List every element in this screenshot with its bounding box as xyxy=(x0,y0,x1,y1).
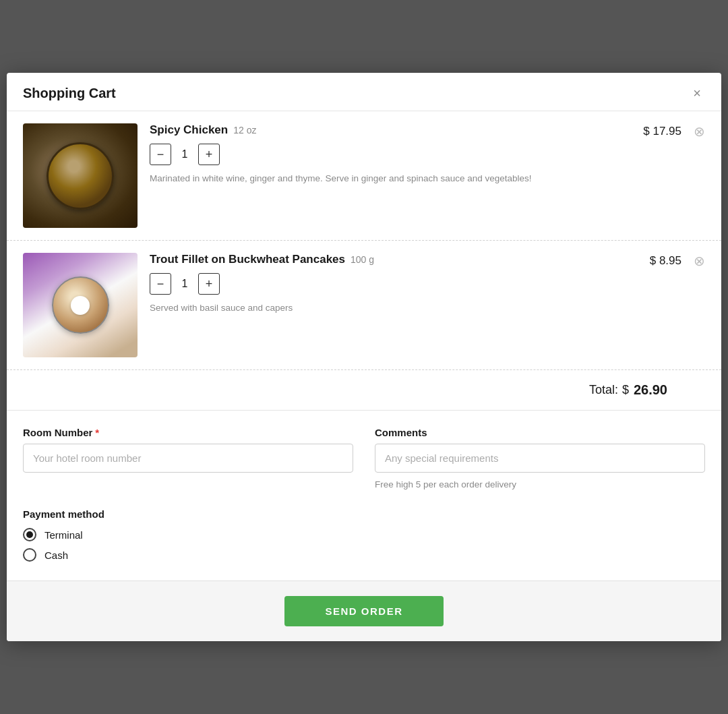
total-dollar: $ xyxy=(622,383,629,397)
item-image-1 xyxy=(23,123,138,228)
item-details-2: Trout Fillet on Buckwheat Pancakes 100 g… xyxy=(150,253,638,315)
form-section: Room Number * Comments Free high 5 per e… xyxy=(7,411,721,508)
item-desc-1: Marinated in white wine, ginger and thym… xyxy=(150,172,631,185)
item-price-col-2: $ 8.95 ⊗ xyxy=(650,253,705,268)
item-name-2: Trout Fillet on Buckwheat Pancakes xyxy=(150,253,345,266)
payment-label: Payment method xyxy=(23,508,705,520)
room-number-label: Room Number * xyxy=(23,427,353,438)
modal-header: Shopping Cart × xyxy=(7,73,721,111)
decrease-qty-1[interactable]: − xyxy=(150,144,171,165)
item-image-2 xyxy=(23,253,138,357)
comments-col: Comments Free high 5 per each order deli… xyxy=(375,427,705,489)
cart-items-list: Spicy Chicken 12 oz − 1 + Marinated in w… xyxy=(7,111,721,370)
total-row: Total: $ 26.90 xyxy=(7,370,721,411)
increase-qty-1[interactable]: + xyxy=(198,144,220,165)
cart-item-2: Trout Fillet on Buckwheat Pancakes 100 g… xyxy=(7,241,721,370)
modal-title: Shopping Cart xyxy=(23,86,116,101)
item-name-row-2: Trout Fillet on Buckwheat Pancakes 100 g xyxy=(150,253,638,266)
close-button[interactable]: × xyxy=(689,85,705,101)
form-row: Room Number * Comments Free high 5 per e… xyxy=(23,427,705,489)
modal-footer: SEND ORDER xyxy=(7,581,721,641)
cash-label: Cash xyxy=(44,549,68,561)
shopping-cart-modal: Shopping Cart × Spicy Chicken 12 oz − 1 … xyxy=(7,73,721,641)
item-price-2: $ 8.95 xyxy=(650,254,681,268)
item-details-1: Spicy Chicken 12 oz − 1 + Marinated in w… xyxy=(150,123,631,185)
payment-section: Payment method Terminal Cash xyxy=(7,508,721,581)
item-name-1: Spicy Chicken xyxy=(150,123,228,137)
item-price-col-1: $ 17.95 ⊗ xyxy=(643,123,705,138)
send-order-button[interactable]: SEND ORDER xyxy=(284,596,443,626)
qty-control-2: − 1 + xyxy=(150,273,638,295)
terminal-label: Terminal xyxy=(44,529,83,541)
room-number-input[interactable] xyxy=(23,444,353,473)
qty-value-1: 1 xyxy=(171,148,198,160)
item-price-1: $ 17.95 xyxy=(643,125,681,138)
remove-item-1[interactable]: ⊗ xyxy=(694,125,705,138)
item-desc-2: Served with basil sauce and capers xyxy=(150,301,638,315)
total-amount: 26.90 xyxy=(634,382,667,398)
room-number-col: Room Number * xyxy=(23,427,353,489)
total-label: Total: xyxy=(589,383,618,397)
radio-terminal[interactable] xyxy=(23,528,36,541)
remove-item-2[interactable]: ⊗ xyxy=(694,254,705,268)
increase-qty-2[interactable]: + xyxy=(198,273,220,295)
comments-input[interactable] xyxy=(375,444,705,473)
item-weight-1: 12 oz xyxy=(233,125,256,136)
comments-label: Comments xyxy=(375,427,705,438)
item-name-row-1: Spicy Chicken 12 oz xyxy=(150,123,631,137)
radio-cash[interactable] xyxy=(23,548,36,562)
helper-text: Free high 5 per each order delivery xyxy=(375,479,705,489)
item-weight-2: 100 g xyxy=(351,254,374,265)
required-star: * xyxy=(95,427,99,438)
payment-cash-option[interactable]: Cash xyxy=(23,548,705,562)
cart-item: Spicy Chicken 12 oz − 1 + Marinated in w… xyxy=(7,111,721,241)
qty-value-2: 1 xyxy=(171,278,198,290)
qty-control-1: − 1 + xyxy=(150,144,631,165)
decrease-qty-2[interactable]: − xyxy=(150,273,171,295)
payment-terminal-option[interactable]: Terminal xyxy=(23,528,705,541)
